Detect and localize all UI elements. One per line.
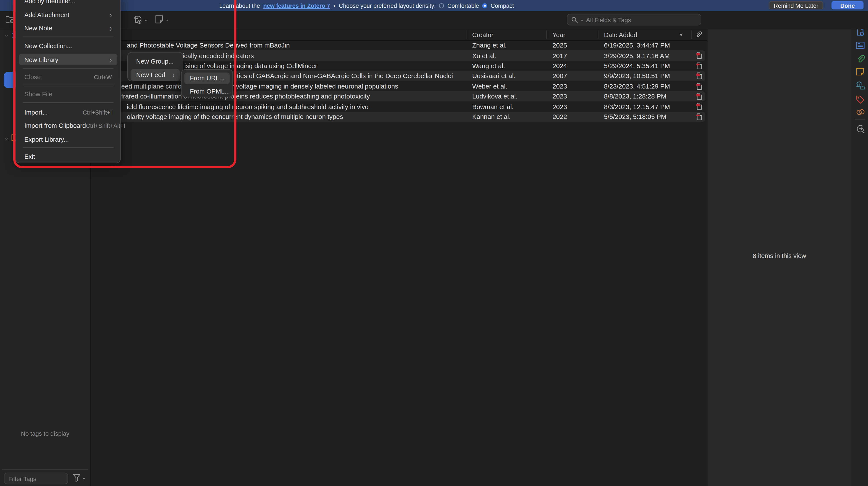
pdf-attachment-icon[interactable] [697,52,702,59]
menu-item-label: New Note [24,25,52,32]
pdf-attachment-icon[interactable] [697,113,702,120]
submenu-item-new-group[interactable]: New Group... [131,56,180,67]
menu-shortcut: Ctrl+W [94,73,112,80]
item-date-added: 9/9/2023, 10:50:51 PM [604,71,690,81]
menu-shortcut: Ctrl+Shift+Alt+I [86,122,125,129]
new-collection-icon[interactable] [6,15,14,23]
tags-icon[interactable] [856,95,865,104]
menu-separator [23,68,114,69]
items-count-text: 8 items in this view [707,252,851,259]
done-button[interactable]: Done [832,1,864,9]
column-divider[interactable] [598,30,598,39]
attachment-column-header-paperclip-icon[interactable] [695,29,702,40]
related-icon[interactable] [856,108,865,118]
item-date-added: 8/8/2023, 1:28:28 PM [604,91,690,101]
search-placeholder: All Fields & Tags [586,16,631,23]
tag-filter-funnel-icon[interactable] [72,473,81,482]
menu-item-new-note[interactable]: New Note› [19,22,117,34]
radio-comfortable-label[interactable]: Comfortable [447,2,479,9]
item-creator: Weber et al. [472,81,544,91]
new-note-chevron-down-icon[interactable]: ⌄ [165,17,169,22]
search-scope-chevron-icon[interactable]: ⌄ [580,17,584,22]
item-creator: Zhang et al. [472,40,544,51]
menu-item-label: Export Library... [24,136,69,143]
tag-filter-chevron-icon[interactable]: ⌄ [82,475,86,481]
libraries-collections-icon[interactable] [856,81,865,90]
item-creator: Wang et al. [472,61,544,71]
menu-item-add-by-identifier[interactable]: Add by Identifier... [19,0,117,7]
pdf-attachment-icon[interactable] [697,93,702,100]
item-date-added: 8/3/2023, 12:15:47 PM [604,101,690,112]
submenu-arrow-icon: › [172,70,174,79]
density-label: Choose your preferred layout density: [339,2,436,9]
column-divider[interactable] [547,30,547,39]
pdf-attachment-icon[interactable] [697,83,702,90]
item-year: 2007 [553,71,586,81]
my-library-twisty-icon[interactable]: ⌄ [4,32,8,38]
new-feed-submenu: From URL...From OPML... [181,69,233,97]
sort-chevron-down-icon[interactable]: ▼ [679,29,684,40]
menu-item-import[interactable]: Import...Ctrl+Shift+I [19,106,117,118]
table-header[interactable]: Creator Year Date Added ▼ [90,29,707,41]
column-header-creator[interactable]: Creator [472,29,493,40]
menu-item-import-from-clipboard[interactable]: Import from ClipboardCtrl+Shift+Alt+I [19,120,117,131]
item-year: 2017 [553,51,586,61]
table-row[interactable]: ield fluorescence lifetime imaging of ne… [92,101,705,112]
menu-item-add-attachment[interactable]: Add Attachment› [19,9,117,21]
column-divider[interactable] [691,30,692,39]
submenu-item-from-opml[interactable]: From OPML... [184,86,229,97]
pdf-attachment-icon[interactable] [697,63,702,69]
submenu-arrow-icon: › [110,10,112,19]
new-item-chevron-down-icon[interactable]: ⌄ [144,17,148,22]
feeds-twisty-icon[interactable]: ⌄ [4,135,8,140]
filter-tags-placeholder: Filter Tags [8,475,36,482]
table-row[interactable]: olarity voltage imaging of the concurren… [92,112,705,122]
new-note-icon[interactable] [155,15,163,24]
menu-item-export-library[interactable]: Export Library... [19,134,117,145]
menu-item-label: Import from Clipboard [24,122,86,129]
submenu-item-from-url[interactable]: From URL... [184,72,229,84]
new-features-link[interactable]: new features in Zotero 7 [263,2,330,9]
menu-item-close[interactable]: CloseCtrl+W [19,71,117,83]
pdf-attachment-icon[interactable] [697,73,702,79]
column-header-year[interactable]: Year [553,29,565,40]
item-date-added: 5/29/2024, 5:35:41 PM [604,61,690,71]
menu-item-label: Add by Identifier... [24,0,75,4]
search-input[interactable]: ⌄ All Fields & Tags [567,14,701,26]
locate-icon[interactable] [856,124,865,133]
pdf-attachment-icon[interactable] [697,103,702,110]
attachments-icon[interactable] [856,54,865,63]
menu-item-new-collection[interactable]: New Collection... [19,40,117,52]
submenu-item-new-feed[interactable]: New Feed› [131,69,180,81]
remind-me-later-button[interactable]: Remind Me Later [769,1,823,9]
column-divider[interactable] [467,30,467,39]
filter-tags-input[interactable]: Filter Tags [4,473,68,484]
radio-comfortable[interactable] [439,3,444,8]
radio-compact[interactable] [483,3,487,8]
item-pane-tab-strip [851,11,868,486]
menu-item-label: New Library [24,56,58,63]
menu-item-label: Close [24,73,40,80]
item-creator: Uusisaari et al. [472,71,544,81]
menu-separator [23,36,114,37]
notes-icon[interactable] [856,67,865,76]
item-date-added: 8/23/2023, 4:51:29 PM [604,81,690,91]
divider [855,119,865,120]
column-header-date-added[interactable]: Date Added [604,29,637,40]
item-year: 2023 [553,91,586,101]
banner-bullet: • [334,2,336,9]
item-date-added: 6/19/2025, 3:44:47 PM [604,40,690,51]
new-item-icon[interactable] [133,15,143,24]
radio-compact-label[interactable]: Compact [491,2,514,9]
item-details-pane: 8 items in this view [707,11,851,486]
menu-separator [23,85,114,85]
item-creator: Kannan et al. [472,112,544,122]
abstract-icon[interactable] [856,41,865,50]
table-row[interactable]: ically encoded indicatorsXu et al.20173/… [92,51,705,61]
menu-item-new-library[interactable]: New Library› [19,54,117,65]
menu-item-label: New Collection... [24,42,72,49]
menu-item-show-file[interactable]: Show File [19,88,117,100]
menu-item-exit[interactable]: Exit [19,151,117,163]
new-library-submenu: New Group...New Feed› [127,52,183,82]
table-row[interactable]: and Photostable Voltage Sensors Derived … [92,40,705,51]
